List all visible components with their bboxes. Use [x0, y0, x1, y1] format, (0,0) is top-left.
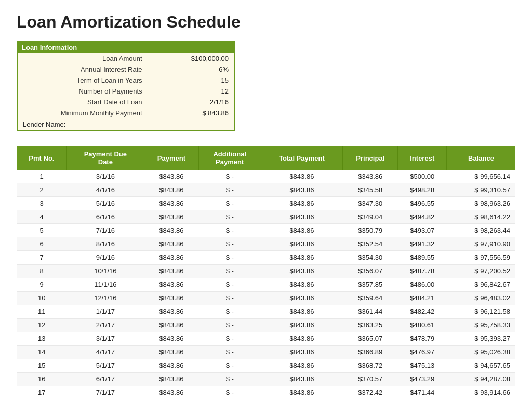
loan-info-label: Term of Loan in Years: [18, 75, 148, 86]
cell-interest: $471.44: [398, 386, 447, 397]
col-interest: Interest: [398, 146, 447, 170]
cell-principal: $359.64: [343, 292, 398, 305]
cell-pmt-no: 15: [17, 359, 66, 373]
loan-info-row: Annual Interest Rate6%: [18, 64, 234, 75]
table-row: 35/1/16$843.86$ -$843.86$347.30$496.55$ …: [17, 197, 515, 210]
table-row: 24/1/16$843.86$ -$843.86$345.58$498.28$ …: [17, 183, 515, 197]
cell-principal: $350.79: [343, 224, 398, 237]
loan-info-value: 2/1/16: [148, 97, 234, 108]
cell-date: 1/1/17: [66, 305, 144, 319]
table-row: 79/1/16$843.86$ -$843.86$354.30$489.55$ …: [17, 251, 515, 265]
cell-principal: $361.44: [343, 305, 398, 319]
cell-principal: $356.07: [343, 265, 398, 278]
loan-info-value: 15: [148, 75, 234, 86]
loan-info-row: Number of Payments12: [18, 86, 234, 97]
cell-total: $843.86: [261, 386, 343, 397]
cell-interest: $486.00: [398, 278, 447, 292]
cell-interest: $482.42: [398, 305, 447, 319]
cell-total: $843.86: [261, 346, 343, 359]
cell-date: 8/1/16: [66, 237, 144, 251]
cell-payment: $843.86: [144, 224, 198, 237]
cell-payment: $843.86: [144, 292, 198, 305]
cell-date: 11/1/16: [66, 278, 144, 292]
cell-interest: $500.00: [398, 170, 447, 183]
cell-pmt-no: 10: [17, 292, 66, 305]
cell-date: 3/1/16: [66, 170, 144, 183]
cell-principal: $354.30: [343, 251, 398, 265]
amortization-table: Pmt No. Payment DueDate Payment Addition…: [17, 146, 515, 396]
cell-pmt-no: 9: [17, 278, 66, 292]
col-pmt-no: Pmt No.: [17, 146, 66, 170]
col-principal: Principal: [343, 146, 398, 170]
cell-total: $843.86: [261, 278, 343, 292]
cell-date: 4/1/17: [66, 346, 144, 359]
cell-addl: $ -: [198, 373, 261, 386]
table-row: 122/1/17$843.86$ -$843.86$363.25$480.61$…: [17, 319, 515, 332]
cell-date: 10/1/16: [66, 265, 144, 278]
table-row: 177/1/17$843.86$ -$843.86$372.42$471.44$…: [17, 386, 515, 397]
table-row: 1012/1/16$843.86$ -$843.86$359.64$484.21…: [17, 292, 515, 305]
col-balance: Balance: [447, 146, 515, 170]
cell-balance: $ 96,121.58: [447, 305, 515, 319]
cell-pmt-no: 7: [17, 251, 66, 265]
cell-total: $843.86: [261, 170, 343, 183]
cell-principal: $352.54: [343, 237, 398, 251]
table-row: 810/1/16$843.86$ -$843.86$356.07$487.78$…: [17, 265, 515, 278]
cell-balance: $ 98,263.44: [447, 224, 515, 237]
cell-interest: $484.21: [398, 292, 447, 305]
cell-addl: $ -: [198, 183, 261, 197]
cell-total: $843.86: [261, 224, 343, 237]
cell-pmt-no: 8: [17, 265, 66, 278]
cell-balance: $ 98,614.22: [447, 210, 515, 224]
cell-addl: $ -: [198, 237, 261, 251]
cell-payment: $843.86: [144, 332, 198, 346]
loan-info-label: Start Date of Loan: [18, 97, 148, 108]
cell-interest: $487.78: [398, 265, 447, 278]
cell-balance: $ 98,963.26: [447, 197, 515, 210]
cell-pmt-no: 11: [17, 305, 66, 319]
cell-payment: $843.86: [144, 386, 198, 397]
cell-interest: $475.13: [398, 359, 447, 373]
cell-principal: $365.07: [343, 332, 398, 346]
cell-principal: $349.04: [343, 210, 398, 224]
loan-info-row: Start Date of Loan2/1/16: [18, 97, 234, 108]
table-row: 133/1/17$843.86$ -$843.86$365.07$478.79$…: [17, 332, 515, 346]
cell-interest: $493.07: [398, 224, 447, 237]
cell-balance: $ 96,842.67: [447, 278, 515, 292]
cell-payment: $843.86: [144, 359, 198, 373]
cell-addl: $ -: [198, 292, 261, 305]
cell-balance: $ 96,483.02: [447, 292, 515, 305]
cell-pmt-no: 4: [17, 210, 66, 224]
cell-total: $843.86: [261, 197, 343, 210]
cell-pmt-no: 13: [17, 332, 66, 346]
table-row: 57/1/16$843.86$ -$843.86$350.79$493.07$ …: [17, 224, 515, 237]
loan-info-header: Loan Information: [18, 42, 234, 53]
cell-payment: $843.86: [144, 251, 198, 265]
cell-interest: $476.97: [398, 346, 447, 359]
cell-total: $843.86: [261, 183, 343, 197]
cell-pmt-no: 6: [17, 237, 66, 251]
cell-pmt-no: 5: [17, 224, 66, 237]
cell-interest: $494.82: [398, 210, 447, 224]
cell-interest: $496.55: [398, 197, 447, 210]
cell-payment: $843.86: [144, 170, 198, 183]
cell-pmt-no: 1: [17, 170, 66, 183]
cell-pmt-no: 12: [17, 319, 66, 332]
col-additional-payment: AdditionalPayment: [198, 146, 261, 170]
cell-addl: $ -: [198, 251, 261, 265]
cell-interest: $478.79: [398, 332, 447, 346]
cell-payment: $843.86: [144, 237, 198, 251]
cell-date: 7/1/17: [66, 386, 144, 397]
cell-payment: $843.86: [144, 183, 198, 197]
cell-addl: $ -: [198, 305, 261, 319]
cell-principal: $347.30: [343, 197, 398, 210]
cell-date: 4/1/16: [66, 183, 144, 197]
table-header-row: Pmt No. Payment DueDate Payment Addition…: [17, 146, 515, 170]
cell-date: 2/1/17: [66, 319, 144, 332]
loan-info-row: Minimum Monthly Payment$ 843.86: [18, 108, 234, 118]
cell-interest: $473.29: [398, 373, 447, 386]
cell-interest: $491.32: [398, 237, 447, 251]
loan-info-value: 6%: [148, 64, 234, 75]
col-total-payment: Total Payment: [261, 146, 343, 170]
cell-date: 5/1/16: [66, 197, 144, 210]
